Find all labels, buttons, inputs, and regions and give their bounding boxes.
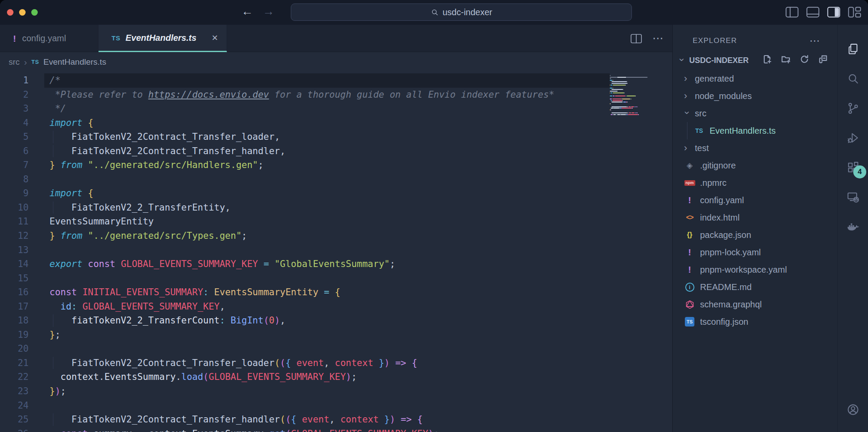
title-bar: ← → usdc-indexer: [0, 0, 868, 25]
chevron-down-icon[interactable]: ›: [681, 111, 693, 117]
code-line[interactable]: 5 FiatTokenV2_2Contract_Transfer_loader,: [0, 130, 672, 144]
accounts-icon: [846, 403, 860, 416]
code-text: export const GLOBAL_EVENTS_SUMMARY_KEY =…: [49, 259, 395, 269]
tab-eventhandlers-ts[interactable]: TS EventHandlers.ts ×: [99, 25, 227, 52]
code-line[interactable]: 6 FiatTokenV2_2Contract_Transfer_handler…: [0, 144, 672, 158]
tree-file-tsconfig-json[interactable]: TStsconfig.json: [673, 313, 837, 330]
minimap[interactable]: [610, 75, 661, 115]
code-line[interactable]: 11EventsSummaryEntity: [0, 214, 672, 229]
code-line[interactable]: 13: [0, 243, 672, 257]
tree-file-package-json[interactable]: {}package.json: [673, 226, 837, 244]
code-line[interactable]: 26 const summary = context.EventsSummary…: [0, 427, 672, 432]
tree-file-readme-md[interactable]: iREADME.md: [673, 278, 837, 296]
customize-layout-icon[interactable]: [848, 7, 861, 18]
code-line[interactable]: 9import {: [0, 186, 672, 201]
tree-item-label: test: [695, 143, 709, 153]
minimize-window-button[interactable]: [19, 9, 26, 16]
new-file-icon[interactable]: [763, 55, 772, 66]
tree-file-index-html[interactable]: <>index.html: [673, 209, 837, 226]
navigate-forward-icon[interactable]: →: [263, 5, 274, 18]
toggle-bottom-panel-icon[interactable]: [806, 7, 819, 18]
activity-bar: 4: [837, 25, 868, 432]
tab-bar: ! config.yaml TS EventHandlers.ts × ⋯: [0, 25, 672, 52]
workspace-root-row[interactable]: › USDC-INDEXER: [673, 51, 837, 70]
code-line[interactable]: 8: [0, 172, 672, 187]
tree-file-eventhandlers-ts[interactable]: TSEventHandlers.ts: [673, 122, 837, 139]
code-text: import {: [49, 118, 93, 128]
line-number: 26: [0, 427, 29, 432]
tab-config-yaml[interactable]: ! config.yaml: [0, 25, 99, 52]
activity-run-debug-button[interactable]: [838, 123, 868, 152]
collapse-all-icon[interactable]: [819, 55, 828, 66]
code-text: *Please refer to https://docs.envio.dev …: [49, 89, 554, 100]
code-text: fiatTokenV2_2_TransferCount: BigInt(0),: [49, 315, 286, 326]
code-line[interactable]: 10 FiatTokenV2_2_TransferEntity,: [0, 201, 672, 215]
close-window-button[interactable]: [7, 9, 13, 16]
tree-folder-generated[interactable]: ›generated: [673, 70, 837, 87]
line-number: 19: [0, 328, 29, 342]
code-line[interactable]: 19};: [0, 328, 672, 342]
activity-docker-button[interactable]: [838, 211, 868, 241]
code-line[interactable]: 15: [0, 271, 672, 286]
vscode-window: ← → usdc-indexer ! config.yaml TS EventH…: [0, 0, 868, 432]
activity-extensions-button[interactable]: 4: [838, 152, 868, 182]
code-line[interactable]: 16const INITIAL_EVENTS_SUMMARY: EventsSu…: [0, 285, 672, 300]
breadcrumb: src › TS EventHandlers.ts: [0, 52, 672, 72]
code-line[interactable]: 3 */: [0, 102, 672, 116]
refresh-icon[interactable]: [800, 55, 809, 66]
code-line[interactable]: 4import {: [0, 116, 672, 130]
code-line[interactable]: 12} from "../generated/src/Types.gen";: [0, 229, 672, 243]
navigate-back-icon[interactable]: ←: [241, 5, 253, 18]
split-editor-icon[interactable]: [631, 34, 642, 43]
close-tab-icon[interactable]: ×: [212, 32, 218, 44]
code-line[interactable]: 25 FiatTokenV2_2Contract_Transfer_handle…: [0, 412, 672, 427]
code-line[interactable]: 23});: [0, 384, 672, 399]
toggle-left-panel-icon[interactable]: [786, 7, 799, 18]
maximize-window-button[interactable]: [31, 9, 38, 16]
code-editor[interactable]: 1/*2 *Please refer to https://docs.envio…: [0, 72, 672, 432]
code-line[interactable]: 14export const GLOBAL_EVENTS_SUMMARY_KEY…: [0, 257, 672, 271]
command-center-search[interactable]: usdc-indexer: [291, 3, 632, 21]
file-tree: ›generated›node_modules›srcTSEventHandle…: [673, 70, 837, 330]
activity-source-control-button[interactable]: [838, 93, 868, 123]
toggle-right-panel-icon[interactable]: [827, 7, 840, 18]
code-line[interactable]: 2 *Please refer to https://docs.envio.de…: [0, 88, 672, 102]
graphql-icon: [684, 300, 695, 309]
code-line[interactable]: 1/*: [0, 73, 672, 88]
code-text: FiatTokenV2_2Contract_Transfer_handler((…: [49, 414, 423, 425]
chevron-right-icon[interactable]: ›: [684, 73, 690, 84]
code-line[interactable]: 18 fiatTokenV2_2_TransferCount: BigInt(0…: [0, 313, 672, 328]
code-line[interactable]: 24: [0, 399, 672, 413]
tree-folder-src[interactable]: ›src: [673, 105, 837, 122]
code-text: });: [49, 386, 66, 396]
tree-file--npmrc[interactable]: npm.npmrc: [673, 174, 837, 191]
new-folder-icon[interactable]: [781, 55, 790, 66]
tree-file-schema-graphql[interactable]: schema.graphql: [673, 296, 837, 313]
code-line[interactable]: 20: [0, 342, 672, 356]
editor-more-actions-icon[interactable]: ⋯: [652, 32, 664, 45]
tree-file-pnpm-workspace-yaml[interactable]: !pnpm-workspace.yaml: [673, 261, 837, 278]
activity-explorer-button[interactable]: [838, 34, 868, 64]
tree-item-label: .npmrc: [700, 178, 727, 188]
code-line[interactable]: 21 FiatTokenV2_2Contract_Transfer_loader…: [0, 356, 672, 370]
code-line[interactable]: 17 id: GLOBAL_EVENTS_SUMMARY_KEY,: [0, 300, 672, 314]
tree-folder-node-modules[interactable]: ›node_modules: [673, 87, 837, 105]
explorer-more-actions-icon[interactable]: ⋯: [809, 35, 821, 47]
breadcrumb-folder[interactable]: src: [9, 57, 20, 67]
activity-accounts-button[interactable]: [838, 395, 868, 424]
chevron-right-icon[interactable]: ›: [684, 142, 690, 154]
tree-file--gitignore[interactable]: ◈.gitignore: [673, 157, 837, 174]
activity-remote-explorer-button[interactable]: [838, 182, 868, 211]
collapse-all-icon: [819, 55, 828, 64]
editor-group: ! config.yaml TS EventHandlers.ts × ⋯ sr…: [0, 25, 672, 432]
tree-file-config-yaml[interactable]: !config.yaml: [673, 191, 837, 209]
chevron-right-icon[interactable]: ›: [684, 90, 690, 102]
tree-file-pnpm-lock-yaml[interactable]: !pnpm-lock.yaml: [673, 244, 837, 261]
code-line[interactable]: 7} from "../generated/src/Handlers.gen";: [0, 158, 672, 172]
layout-controls: [786, 7, 861, 18]
code-line[interactable]: 22 context.EventsSummary.load(GLOBAL_EVE…: [0, 370, 672, 384]
line-number: 17: [0, 300, 29, 314]
activity-search-button[interactable]: [838, 64, 868, 93]
breadcrumb-file[interactable]: EventHandlers.ts: [43, 57, 106, 67]
tree-folder-test[interactable]: ›test: [673, 139, 837, 157]
